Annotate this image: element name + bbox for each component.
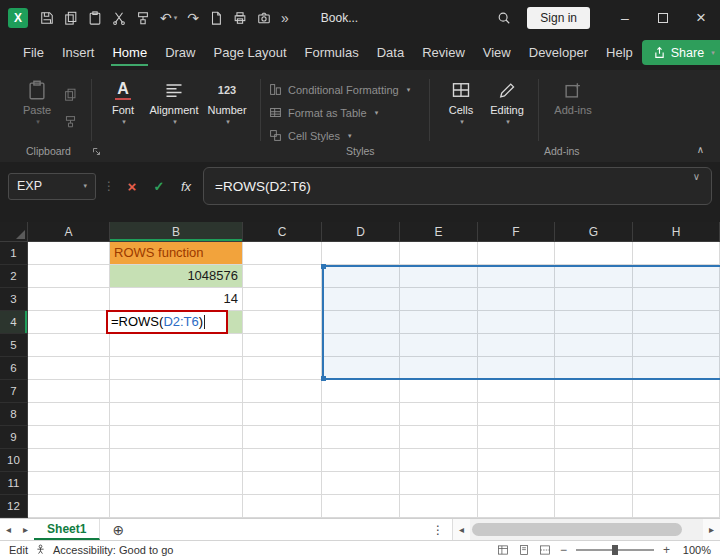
cell-B6[interactable] xyxy=(110,357,243,380)
cell-C7[interactable] xyxy=(243,380,322,403)
row-header-11[interactable]: 11 xyxy=(0,472,28,495)
camera-icon[interactable] xyxy=(257,9,271,27)
tab-formulas[interactable]: Formulas xyxy=(296,36,368,69)
tab-home[interactable]: Home xyxy=(103,36,156,69)
cell-A10[interactable] xyxy=(28,449,110,472)
format-painter-icon[interactable] xyxy=(136,9,150,27)
row-header-8[interactable]: 8 xyxy=(0,403,28,426)
cell-G9[interactable] xyxy=(555,426,633,449)
cell-B2[interactable]: 1048576 xyxy=(110,265,243,288)
cell-A2[interactable] xyxy=(28,265,110,288)
insert-function-icon[interactable]: fx xyxy=(176,179,196,194)
cell-F12[interactable] xyxy=(478,495,555,518)
cell-A12[interactable] xyxy=(28,495,110,518)
format-painter-icon[interactable] xyxy=(64,112,77,130)
cell-C6[interactable] xyxy=(243,357,322,380)
range-handle[interactable] xyxy=(321,264,326,269)
scrollbar-track[interactable] xyxy=(470,519,703,540)
cell-C9[interactable] xyxy=(243,426,322,449)
sign-in-button[interactable]: Sign in xyxy=(527,7,590,29)
cell-C12[interactable] xyxy=(243,495,322,518)
enter-icon[interactable]: ✓ xyxy=(149,179,169,194)
cancel-icon[interactable]: × xyxy=(122,178,142,195)
paste-button[interactable]: Paste ▾ xyxy=(14,77,60,126)
cell-E10[interactable] xyxy=(400,449,478,472)
row-header-12[interactable]: 12 xyxy=(0,495,28,518)
cell-H10[interactable] xyxy=(633,449,720,472)
conditional-formatting-button[interactable]: Conditional Formatting ▾ xyxy=(269,83,421,96)
cell-C1[interactable] xyxy=(243,242,322,265)
cell-A8[interactable] xyxy=(28,403,110,426)
column-header-H[interactable]: H xyxy=(633,222,720,242)
row-header-6[interactable]: 6 xyxy=(0,357,28,380)
editing-button[interactable]: Editing ▾ xyxy=(484,77,530,126)
cell-B3[interactable]: 14 xyxy=(110,288,243,311)
alignment-button[interactable]: Alignment ▾ xyxy=(146,77,202,126)
cell-A7[interactable] xyxy=(28,380,110,403)
cell-H8[interactable] xyxy=(633,403,720,426)
sheet-nav-right-icon[interactable]: ▸ xyxy=(17,524,34,535)
cell-B12[interactable] xyxy=(110,495,243,518)
cell-F11[interactable] xyxy=(478,472,555,495)
cell-styles-button[interactable]: Cell Styles ▾ xyxy=(269,129,421,142)
cell-H9[interactable] xyxy=(633,426,720,449)
accessibility-icon[interactable] xyxy=(35,544,46,557)
column-header-C[interactable]: C xyxy=(243,222,322,242)
page-break-view-icon[interactable] xyxy=(539,544,551,556)
cut-icon[interactable] xyxy=(112,9,126,27)
cell-B8[interactable] xyxy=(110,403,243,426)
cell-E12[interactable] xyxy=(400,495,478,518)
cell-A5[interactable] xyxy=(28,334,110,357)
zoom-slider-thumb[interactable] xyxy=(612,545,618,555)
cell-G8[interactable] xyxy=(555,403,633,426)
column-header-F[interactable]: F xyxy=(478,222,555,242)
cell-B10[interactable] xyxy=(110,449,243,472)
new-workbook-icon[interactable] xyxy=(209,9,223,27)
cell-H11[interactable] xyxy=(633,472,720,495)
tab-page-layout[interactable]: Page Layout xyxy=(205,36,296,69)
row-header-1[interactable]: 1 xyxy=(0,242,28,265)
cell-A9[interactable] xyxy=(28,426,110,449)
cell-D10[interactable] xyxy=(322,449,400,472)
cell-C8[interactable] xyxy=(243,403,322,426)
cell-D1[interactable] xyxy=(322,242,400,265)
number-button[interactable]: 123 Number ▾ xyxy=(202,77,252,126)
add-sheet-icon[interactable]: ⊕ xyxy=(112,522,124,538)
font-button[interactable]: A Font ▾ xyxy=(100,77,146,126)
sheet-more-icon[interactable]: ⋮ xyxy=(424,523,452,537)
cell-E9[interactable] xyxy=(400,426,478,449)
cell-G10[interactable] xyxy=(555,449,633,472)
workbook-title[interactable]: Book... xyxy=(321,11,358,25)
scroll-left-icon[interactable]: ◂ xyxy=(453,524,470,535)
print-icon[interactable] xyxy=(233,9,247,27)
cell-E11[interactable] xyxy=(400,472,478,495)
cell-H7[interactable] xyxy=(633,380,720,403)
cell-A4[interactable] xyxy=(28,311,110,334)
cell-B1[interactable]: ROWS function xyxy=(110,242,243,265)
undo-icon[interactable]: ↶▾ xyxy=(160,9,177,27)
tab-developer[interactable]: Developer xyxy=(520,36,597,69)
column-header-A[interactable]: A xyxy=(28,222,110,242)
scroll-right-icon[interactable]: ▸ xyxy=(703,524,720,535)
cell-A6[interactable] xyxy=(28,357,110,380)
cell-G12[interactable] xyxy=(555,495,633,518)
cell-B4[interactable]: =ROWS(D2:T6) xyxy=(110,311,243,334)
cell-G1[interactable] xyxy=(555,242,633,265)
row-header-9[interactable]: 9 xyxy=(0,426,28,449)
tab-help[interactable]: Help xyxy=(597,36,642,69)
toolbar-overflow-icon[interactable]: » xyxy=(281,9,289,27)
maximize-icon[interactable] xyxy=(644,0,682,35)
add-ins-button[interactable]: Add-ins xyxy=(547,77,599,116)
row-header-2[interactable]: 2 xyxy=(0,265,28,288)
cell-B11[interactable] xyxy=(110,472,243,495)
cell-B7[interactable] xyxy=(110,380,243,403)
share-button[interactable]: Share ▾ xyxy=(642,40,720,65)
zoom-in-icon[interactable]: + xyxy=(663,543,670,557)
cell-F1[interactable] xyxy=(478,242,555,265)
paste-icon[interactable] xyxy=(88,9,102,27)
collapse-ribbon-icon[interactable]: ∧ xyxy=(697,144,704,155)
cell-E8[interactable] xyxy=(400,403,478,426)
cell-G7[interactable] xyxy=(555,380,633,403)
cell-A3[interactable] xyxy=(28,288,110,311)
cell-F7[interactable] xyxy=(478,380,555,403)
